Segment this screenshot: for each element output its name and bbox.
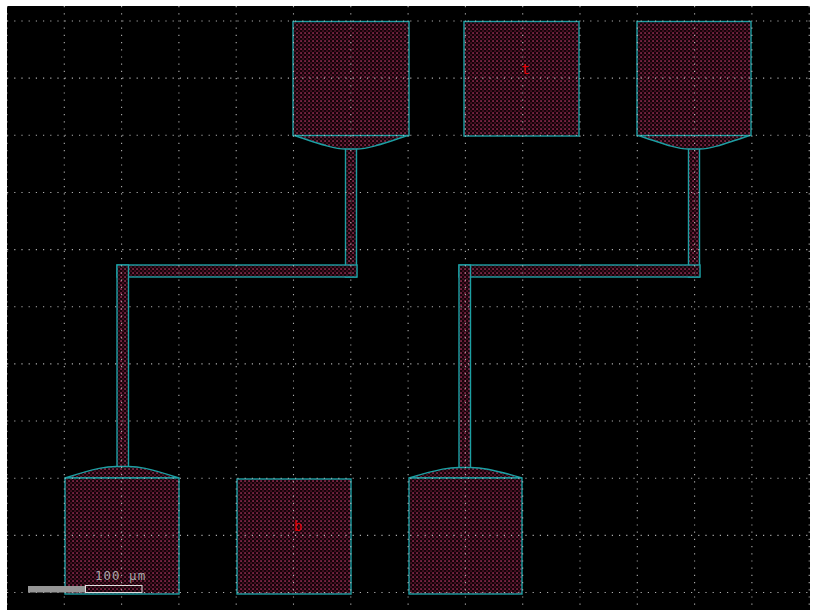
- pad-top-center[interactable]: [464, 22, 579, 137]
- pad-bottom-right[interactable]: [409, 478, 522, 594]
- layout-viewer-window: tb100 µm: [0, 0, 816, 616]
- pad-top-right[interactable]: [637, 22, 751, 136]
- trace-right-net-horizontal[interactable]: [459, 265, 700, 277]
- scale-bar-filled-segment: [28, 586, 86, 593]
- trace-right-net-vertical-top[interactable]: [689, 148, 700, 277]
- trace-left-net-vertical-bottom[interactable]: [117, 265, 129, 467]
- layout-svg: tb100 µm: [0, 0, 816, 616]
- label-t[interactable]: t: [521, 61, 529, 77]
- trace-left-net-vertical-top[interactable]: [346, 148, 357, 277]
- trace-left-net-horizontal[interactable]: [117, 265, 357, 277]
- trace-right-net-vertical-bottom[interactable]: [459, 265, 471, 468]
- label-b[interactable]: b: [294, 518, 302, 534]
- scale-bar-label: 100 µm: [95, 568, 146, 583]
